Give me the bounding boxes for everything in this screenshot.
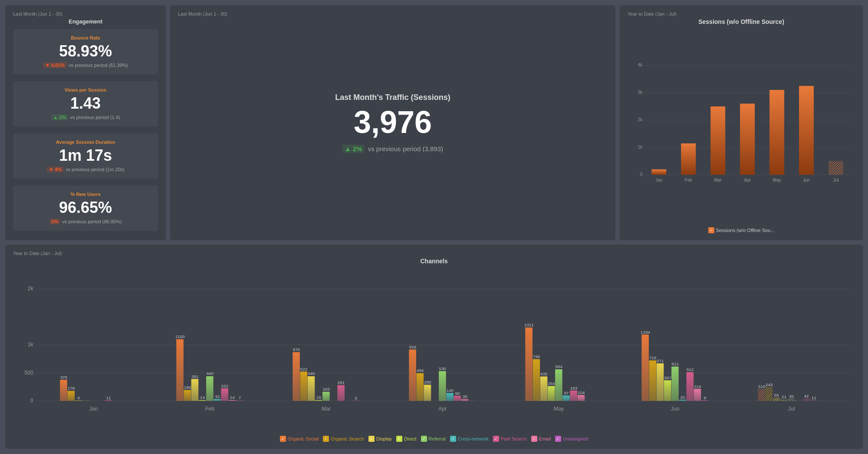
svg-text:30: 30 [463,394,467,399]
svg-text:Apr: Apr [438,406,447,412]
metric-value: 58.93% [59,42,112,60]
svg-text:210: 210 [758,384,766,389]
metric-change-text: vs previous period (96.95%) [62,219,122,224]
engagement-panel: Last Month (Jun 1 - 30) Engagement Bounc… [5,5,166,240]
svg-text:494: 494 [417,368,424,373]
svg-text:440: 440 [206,371,214,376]
sessions-legend-label: Sessions (w/o Offline Sou... [716,228,775,233]
svg-text:3k: 3k [638,90,643,95]
svg-text:1100: 1100 [175,334,185,339]
svg-text:500: 500 [24,370,33,376]
svg-rect-83 [352,401,360,401]
svg-rect-108 [548,386,555,401]
svg-text:Feb: Feb [685,178,693,182]
legend-check: ✓ [493,436,499,442]
svg-rect-18 [769,90,784,175]
metric-change: ▼ 4%vs previous period (1m 20s) [46,166,125,172]
svg-rect-133 [694,389,701,401]
metric-change: 0%vs previous period (96.95%) [49,219,122,225]
svg-rect-73 [300,371,307,401]
svg-rect-46 [75,401,82,401]
svg-text:0: 0 [640,172,643,177]
metric-change-badge: ▼ 4.01% [43,62,67,68]
metric-name: Average Session Duration [56,139,115,145]
legend-check: ✓ [368,436,375,442]
legend-check: ✓ [531,436,537,442]
sessions-title: Sessions (w/o Offline Source) [628,18,855,25]
svg-text:6: 6 [77,395,80,400]
svg-text:8: 8 [704,395,707,400]
metric-card: Average Session Duration1m 17s▼ 4%vs pre… [13,133,158,179]
svg-rect-20 [799,86,814,175]
sessions-chart-area: 01k2k3k4k Jan Feb Mar Apr May Jun Jul [628,29,855,225]
legend-check: ✓ [280,436,286,442]
svg-text:916: 916 [409,345,417,349]
svg-text:183: 183 [570,386,578,391]
legend-label: Organic Search [331,436,364,441]
svg-text:163: 163 [322,387,330,391]
svg-text:Feb: Feb [205,406,214,412]
svg-text:178: 178 [68,386,75,391]
metric-change: ▼ 4.01%vs previous period (61.39%) [43,62,128,68]
svg-text:14: 14 [200,395,205,400]
svg-rect-112 [562,395,570,401]
legend-label: Email [539,436,551,441]
svg-rect-146 [788,399,795,401]
channels-legend-item: ✓Organic Social [280,436,319,442]
svg-text:20: 20 [680,395,685,400]
metric-name: Views per Session [65,87,106,93]
traffic-value: 3,976 [354,106,432,138]
svg-rect-14 [710,106,725,175]
svg-text:97: 97 [564,391,569,395]
metric-change-badge: ▲ 2% [51,114,69,120]
svg-rect-125 [664,380,671,401]
sessions-period-label: Year to Date (Jan - Jul) [628,11,855,17]
svg-rect-42 [60,380,67,401]
svg-text:435: 435 [540,371,548,376]
traffic-title: Last Month's Traffic (Sessions) [335,93,450,102]
svg-text:2k: 2k [638,117,643,122]
svg-text:870: 870 [293,347,300,352]
sessions-legend: ✓ Sessions (w/o Offline Sou... [628,225,855,234]
channels-legend-item: ✓Referral [421,436,446,442]
traffic-change: ▲ 2% vs previous period (3,893) [342,145,443,153]
svg-rect-71 [293,352,300,401]
svg-rect-110 [555,369,562,401]
svg-rect-94 [446,393,454,401]
svg-text:281: 281 [338,380,345,385]
svg-text:15: 15 [316,395,321,400]
svg-text:Jun: Jun [803,178,810,182]
svg-text:7: 7 [239,395,241,400]
svg-text:522: 522 [300,367,307,371]
svg-rect-58 [199,400,206,401]
svg-rect-81 [337,385,345,401]
svg-rect-23 [829,161,843,175]
traffic-change-text: vs previous period (3,893) [368,145,443,152]
svg-text:243: 243 [766,382,773,387]
legend-label: Display [376,436,392,441]
metric-name: % New Users [70,192,100,197]
svg-rect-60 [206,376,214,401]
legend-label: Unassigned [563,436,588,441]
svg-text:671: 671 [657,358,664,363]
svg-rect-149 [802,398,810,401]
svg-text:42: 42 [804,394,809,398]
svg-rect-16 [740,104,755,175]
svg-rect-142 [773,398,780,401]
svg-text:May: May [554,406,564,412]
svg-text:512: 512 [687,367,694,372]
svg-text:222: 222 [221,384,228,388]
svg-rect-144 [780,400,788,401]
metric-change-badge: 0% [49,219,61,225]
engagement-title: Engagement [13,18,158,25]
svg-rect-138 [758,389,765,401]
svg-rect-104 [533,359,540,401]
legend-check: ✓ [555,436,561,442]
metric-change-text: vs previous period (61.39%) [69,63,128,68]
svg-text:264: 264 [548,381,555,386]
svg-rect-127 [671,367,679,401]
svg-text:21: 21 [782,394,786,399]
svg-rect-88 [416,373,424,401]
channels-legend-item: ✓Direct [396,436,417,442]
svg-text:Apr: Apr [744,178,751,182]
